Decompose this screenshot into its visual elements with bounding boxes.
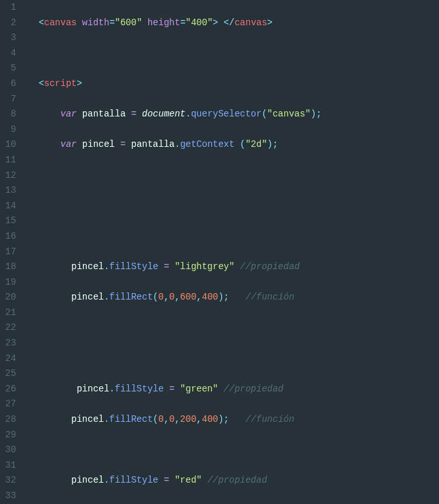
- line-number: 10: [5, 137, 16, 153]
- line-number: 2: [5, 16, 16, 31]
- code-line: pincel.fillRect(0,0,200,400); //función: [25, 412, 439, 428]
- line-number: 18: [5, 259, 16, 275]
- line-number: 26: [5, 382, 16, 397]
- line-number: 23: [5, 336, 16, 351]
- line-number: 8: [5, 107, 16, 122]
- line-number: 3: [5, 30, 16, 46]
- line-number: 1: [5, 0, 16, 16]
- line-number: 25: [5, 366, 16, 382]
- line-number: 15: [5, 214, 16, 229]
- code-area[interactable]: <canvas width="600" height="400"> </canv…: [25, 0, 439, 504]
- line-number: 29: [5, 428, 16, 443]
- line-number: 32: [5, 473, 16, 488]
- line-number: 28: [5, 412, 16, 428]
- line-number: 31: [5, 458, 16, 474]
- line-number: 24: [5, 351, 16, 367]
- line-number: 30: [5, 443, 16, 458]
- line-number: 20: [5, 290, 16, 305]
- line-number: 5: [5, 61, 16, 76]
- line-number: 11: [5, 153, 16, 168]
- line-number: 13: [5, 183, 16, 199]
- code-line: [25, 443, 439, 458]
- code-line: [25, 229, 439, 245]
- line-number: 7: [5, 92, 16, 107]
- code-line: <script>: [25, 76, 439, 92]
- code-line: [25, 46, 439, 61]
- line-number: 27: [5, 397, 16, 412]
- line-number: 16: [5, 229, 16, 245]
- line-number-gutter: 1 2 3 4 5 6 7 8 9 10 11 12 13 14 15 16 1…: [0, 0, 25, 504]
- code-line: [25, 168, 439, 184]
- code-editor: 1 2 3 4 5 6 7 8 9 10 11 12 13 14 15 16 1…: [0, 0, 439, 504]
- code-line: pincel.fillStyle = "lightgrey" //propied…: [25, 259, 439, 275]
- line-number: 21: [5, 305, 16, 321]
- line-number: 17: [5, 245, 16, 260]
- code-line: pincel.fillStyle = "green" //propiedad: [25, 382, 439, 397]
- line-number: 22: [5, 320, 16, 336]
- code-line: var pantalla = document.querySelector("c…: [25, 107, 439, 122]
- code-line: [25, 320, 439, 336]
- line-number: 9: [5, 122, 16, 138]
- code-line: <canvas width="600" height="400"> </canv…: [25, 16, 439, 31]
- code-line: pincel.fillRect(0,0,600,400); //función: [25, 290, 439, 305]
- line-number: 33: [5, 488, 16, 504]
- line-number: 6: [5, 76, 16, 92]
- line-number: 12: [5, 168, 16, 184]
- code-line: [25, 199, 439, 214]
- line-number: 19: [5, 275, 16, 290]
- line-number: 4: [5, 46, 16, 61]
- code-line: pincel.fillStyle = "red" //propiedad: [25, 473, 439, 488]
- line-number: 14: [5, 199, 16, 214]
- code-line: [25, 351, 439, 367]
- code-line: var pincel = pantalla.getContext ("2d");: [25, 137, 439, 153]
